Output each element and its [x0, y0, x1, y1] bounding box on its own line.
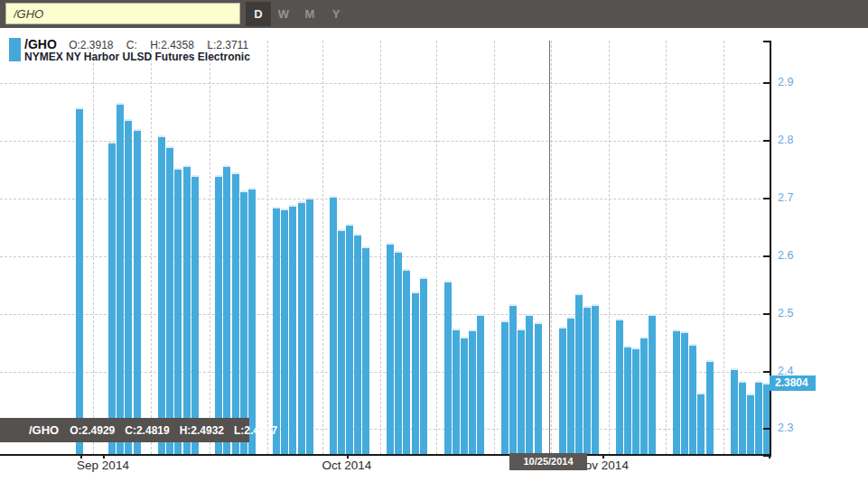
price-bar[interactable]	[117, 103, 124, 455]
price-bar[interactable]	[689, 344, 696, 455]
price-bar[interactable]	[395, 251, 402, 455]
gridline-vertical	[267, 41, 268, 454]
x-axis-line	[0, 454, 771, 456]
timeframe-button-week[interactable]: W	[271, 2, 296, 26]
x-axis-minor-tick	[80, 454, 82, 459]
timeframe-button-day[interactable]: D	[246, 2, 271, 26]
y-axis-tick	[763, 140, 770, 142]
gridline-vertical	[210, 41, 210, 454]
price-bar[interactable]	[362, 246, 369, 455]
price-bar[interactable]	[559, 327, 566, 455]
price-bar[interactable]	[640, 337, 648, 455]
gridline-vertical	[723, 41, 724, 454]
price-bar[interactable]	[697, 393, 705, 455]
price-bar[interactable]	[453, 329, 460, 455]
y-axis-label: 2.8	[778, 134, 793, 146]
price-bar[interactable]	[134, 129, 141, 455]
price-bar[interactable]	[624, 346, 631, 455]
gridline-vertical	[322, 41, 323, 454]
y-axis-tick	[763, 255, 770, 257]
price-bar[interactable]	[477, 314, 484, 455]
y-axis-label: 2.7	[778, 191, 793, 204]
price-bar[interactable]	[191, 175, 199, 455]
gridline-vertical	[494, 41, 495, 454]
gridline-vertical	[609, 41, 610, 454]
price-bar[interactable]	[567, 317, 574, 455]
price-bar[interactable]	[232, 172, 239, 455]
price-bar[interactable]	[526, 314, 533, 455]
legend-symbol: /GHO	[24, 37, 57, 51]
price-bar[interactable]	[706, 360, 714, 455]
price-bar[interactable]	[354, 234, 361, 455]
gridline-vertical	[151, 41, 152, 454]
price-bar[interactable]	[387, 243, 394, 455]
price-bar[interactable]	[412, 292, 419, 455]
price-bar[interactable]	[518, 329, 525, 455]
y-axis-label: 2.6	[778, 249, 793, 262]
price-bar[interactable]	[158, 135, 165, 455]
price-bar[interactable]	[76, 107, 83, 455]
price-bar[interactable]	[403, 269, 410, 455]
price-bar[interactable]	[731, 368, 738, 455]
price-bar[interactable]	[739, 381, 746, 455]
price-bar[interactable]	[240, 190, 247, 455]
instrument-name: NYMEX NY Harbor ULSD Futures Electronic	[24, 51, 250, 63]
x-axis-tick	[347, 454, 349, 459]
y-axis-tick	[763, 371, 770, 373]
timeframe-button-year[interactable]: Y	[323, 2, 349, 26]
price-bar[interactable]	[223, 165, 230, 455]
y-axis-line	[770, 41, 771, 457]
price-bar[interactable]	[649, 314, 656, 455]
legend-high: H:2.4358	[150, 39, 194, 51]
price-bar[interactable]	[281, 209, 288, 455]
price-bar[interactable]	[183, 165, 191, 455]
overlay-close: C:2.4819	[125, 424, 169, 437]
price-bar[interactable]	[632, 348, 639, 455]
x-axis-tick	[103, 454, 105, 459]
price-bar[interactable]	[755, 381, 762, 455]
price-bar[interactable]	[461, 337, 468, 455]
price-bar[interactable]	[575, 293, 583, 455]
price-bar[interactable]	[330, 196, 337, 455]
price-bar[interactable]	[248, 188, 256, 455]
y-axis-label: 2.3	[778, 422, 793, 434]
overlay-high: H:2.4932	[180, 424, 224, 437]
price-bar[interactable]	[215, 175, 222, 455]
price-bar[interactable]	[583, 306, 591, 455]
price-bar[interactable]	[420, 277, 427, 455]
y-axis-end-tick	[763, 41, 770, 42]
price-bar[interactable]	[306, 198, 313, 455]
price-bar[interactable]	[298, 201, 305, 455]
gridline-vertical	[93, 41, 94, 454]
timeframe-button-month[interactable]: M	[297, 2, 322, 26]
y-axis-tick	[763, 428, 770, 430]
gridline-vertical	[436, 41, 437, 454]
price-bar[interactable]	[166, 146, 173, 455]
price-bar[interactable]	[125, 119, 132, 455]
price-bar[interactable]	[444, 281, 452, 455]
price-bar[interactable]	[616, 319, 623, 455]
price-bar[interactable]	[338, 229, 345, 455]
price-bar[interactable]	[592, 304, 599, 455]
price-bar[interactable]	[346, 224, 353, 455]
price-bar[interactable]	[673, 329, 680, 455]
symbol-input[interactable]	[5, 3, 240, 24]
price-bar[interactable]	[289, 205, 296, 455]
price-bar[interactable]	[273, 207, 280, 455]
price-bar[interactable]	[108, 142, 116, 455]
y-axis-tick	[763, 198, 770, 199]
crosshair-line	[549, 41, 550, 454]
chart-area[interactable]: /GHO O:2.3918 C: H:2.4358 L:2.3711 NYMEX…	[0, 28, 868, 482]
price-bar[interactable]	[681, 331, 688, 455]
price-bar[interactable]	[469, 329, 476, 455]
price-bar[interactable]	[509, 304, 517, 455]
ohlc-overlay: /GHO O:2.4929 C:2.4819 H:2.4932 L:2.4547	[0, 418, 249, 442]
x-axis-label: Oct 2014	[306, 459, 387, 472]
gridline-vertical	[666, 41, 667, 454]
price-bar[interactable]	[501, 320, 509, 455]
overlay-symbol: /GHO	[29, 423, 59, 437]
price-bar[interactable]	[174, 168, 182, 455]
price-bar[interactable]	[747, 394, 754, 455]
gridline-horizontal	[0, 83, 770, 84]
price-bar[interactable]	[535, 322, 542, 455]
